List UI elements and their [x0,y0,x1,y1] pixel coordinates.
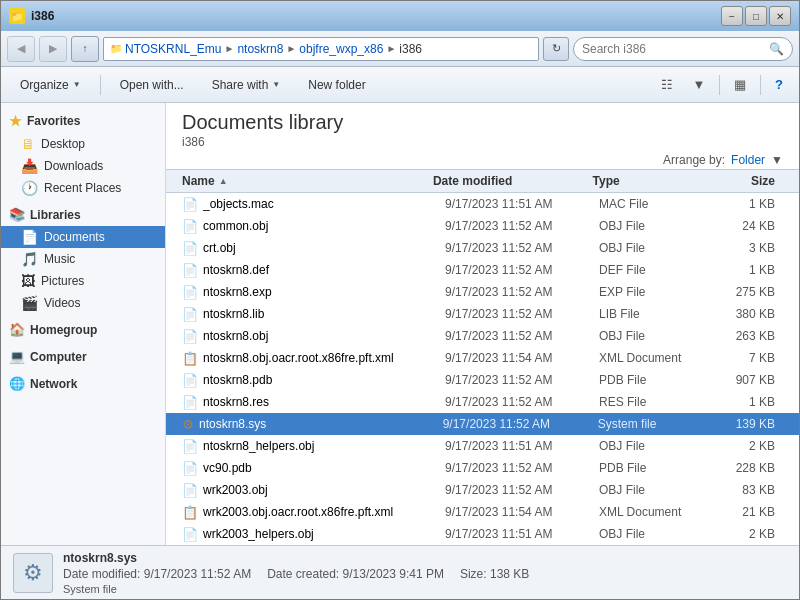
table-row[interactable]: 📄 ntoskrn8.def 9/17/2023 11:52 AM DEF Fi… [166,259,799,281]
file-type: PDB File [599,373,709,387]
sidebar-header-network[interactable]: 🌐 Network [1,372,165,395]
videos-label: Videos [44,296,80,310]
file-size: 7 KB [709,351,783,365]
maximize-button[interactable]: □ [745,6,767,26]
new-folder-button[interactable]: New folder [297,72,376,98]
file-name: ntoskrn8.exp [203,285,445,299]
table-row[interactable]: 📄 ntoskrn8.pdb 9/17/2023 11:52 AM PDB Fi… [166,369,799,391]
share-with-button[interactable]: Share with ▼ [201,72,292,98]
file-icon: 📄 [182,527,198,542]
organize-button[interactable]: Organize ▼ [9,72,92,98]
file-size: 1 KB [709,395,783,409]
file-name: ntoskrn8.res [203,395,445,409]
file-name: ntoskrn8.pdb [203,373,445,387]
breadcrumb-current: i386 [399,42,422,56]
sidebar-item-videos[interactable]: 🎬 Videos [1,292,165,314]
file-size: 2 KB [709,527,783,541]
library-title: Documents library [182,111,783,134]
table-row[interactable]: 📄 ntoskrn8_helpers.obj 9/17/2023 11:51 A… [166,435,799,457]
music-label: Music [44,252,75,266]
table-row[interactable]: 📄 ntoskrn8.res 9/17/2023 11:52 AM RES Fi… [166,391,799,413]
table-row[interactable]: 📄 ntoskrn8.lib 9/17/2023 11:52 AM LIB Fi… [166,303,799,325]
sidebar-item-pictures[interactable]: 🖼 Pictures [1,270,165,292]
sidebar-header-favorites[interactable]: ★ Favorites [1,109,165,133]
refresh-button[interactable]: ↻ [543,37,569,61]
col-header-type[interactable]: Type [593,174,707,188]
documents-icon: 📄 [21,229,38,245]
preview-pane-button[interactable]: ▦ [726,73,754,97]
libraries-label: Libraries [30,208,81,222]
view-options-button[interactable]: ▼ [685,73,713,97]
file-icon: 📄 [182,219,198,234]
file-date: 9/17/2023 11:52 AM [445,395,599,409]
table-row[interactable]: ⚙ ntoskrn8.sys 9/17/2023 11:52 AM System… [166,413,799,435]
new-folder-label: New folder [308,78,365,92]
size-label: Size: [460,567,487,581]
arrange-by-value[interactable]: Folder [731,153,765,167]
sidebar-header-homegroup[interactable]: 🏠 Homegroup [1,318,165,341]
col-header-name[interactable]: Name ▲ [182,174,433,188]
sidebar-header-libraries[interactable]: 📚 Libraries [1,203,165,226]
breadcrumb-part-3[interactable]: objfre_wxp_x86 [299,42,383,56]
table-row[interactable]: 📄 _objects.mac 9/17/2023 11:51 AM MAC Fi… [166,193,799,215]
downloads-icon: 📥 [21,158,38,174]
file-icon: 📄 [182,285,198,300]
col-header-size[interactable]: Size [707,174,783,188]
file-type: OBJ File [599,439,709,453]
table-row[interactable]: 📄 ntoskrn8.obj 9/17/2023 11:52 AM OBJ Fi… [166,325,799,347]
file-date: 9/17/2023 11:52 AM [445,241,599,255]
breadcrumb-sep-2: ► [286,43,296,54]
forward-button[interactable]: ▶ [39,36,67,62]
status-meta: Date modified: 9/17/2023 11:52 AM Date c… [63,567,529,581]
file-type: XML Document [599,505,709,519]
search-input[interactable] [582,42,765,56]
sidebar-item-desktop[interactable]: 🖥 Desktop [1,133,165,155]
sidebar-header-computer[interactable]: 💻 Computer [1,345,165,368]
pictures-icon: 🖼 [21,273,35,289]
up-button[interactable]: ↑ [71,36,99,62]
minimize-button[interactable]: − [721,6,743,26]
open-with-label: Open with... [120,78,184,92]
file-type: OBJ File [599,329,709,343]
help-button[interactable]: ? [767,73,791,97]
file-icon: 📄 [182,461,198,476]
table-row[interactable]: 📄 ntoskrn8.exp 9/17/2023 11:52 AM EXP Fi… [166,281,799,303]
file-name: ntoskrn8.obj.oacr.root.x86fre.pft.xml [203,351,445,365]
search-box[interactable]: 🔍 [573,37,793,61]
open-with-button[interactable]: Open with... [109,72,195,98]
view-details-button[interactable]: ☷ [653,73,681,97]
file-type: OBJ File [599,483,709,497]
table-row[interactable]: 📄 common.obj 9/17/2023 11:52 AM OBJ File… [166,215,799,237]
file-size: 2 KB [709,439,783,453]
title-bar-left: 📁 i386 [9,8,54,24]
music-icon: 🎵 [21,251,38,267]
toolbar-right: ☷ ▼ ▦ ? [653,73,791,97]
status-info: ntoskrn8.sys Date modified: 9/17/2023 11… [63,551,529,595]
table-row[interactable]: 📄 vc90.pdb 9/17/2023 11:52 AM PDB File 2… [166,457,799,479]
file-size: 83 KB [709,483,783,497]
sidebar-item-downloads[interactable]: 📥 Downloads [1,155,165,177]
sidebar-item-documents[interactable]: 📄 Documents [1,226,165,248]
file-name: ntoskrn8.def [203,263,445,277]
sidebar-item-music[interactable]: 🎵 Music [1,248,165,270]
status-bar: ⚙ ntoskrn8.sys Date modified: 9/17/2023 … [1,545,799,599]
sidebar-item-recent-places[interactable]: 🕐 Recent Places [1,177,165,199]
table-row[interactable]: 📋 ntoskrn8.obj.oacr.root.x86fre.pft.xml … [166,347,799,369]
breadcrumb-part-2[interactable]: ntoskrn8 [237,42,283,56]
sidebar-section-favorites: ★ Favorites 🖥 Desktop 📥 Downloads 🕐 Rece… [1,109,165,199]
sidebar-section-computer: 💻 Computer [1,345,165,368]
breadcrumb[interactable]: 📁 NTOSKRNL_Emu ► ntoskrn8 ► objfre_wxp_x… [103,37,539,61]
back-button[interactable]: ◀ [7,36,35,62]
sort-arrow: ▲ [219,176,228,186]
file-type: XML Document [599,351,709,365]
close-button[interactable]: ✕ [769,6,791,26]
sidebar-section-network: 🌐 Network [1,372,165,395]
col-header-date[interactable]: Date modified [433,174,593,188]
table-row[interactable]: 📄 crt.obj 9/17/2023 11:52 AM OBJ File 3 … [166,237,799,259]
table-row[interactable]: 📄 wrk2003.obj 9/17/2023 11:52 AM OBJ Fil… [166,479,799,501]
table-row[interactable]: 📄 wrk2003_helpers.obj 9/17/2023 11:51 AM… [166,523,799,545]
table-row[interactable]: 📋 wrk2003.obj.oacr.root.x86fre.pft.xml 9… [166,501,799,523]
organize-label: Organize [20,78,69,92]
file-name: crt.obj [203,241,445,255]
breadcrumb-part-1[interactable]: NTOSKRNL_Emu [125,42,221,56]
